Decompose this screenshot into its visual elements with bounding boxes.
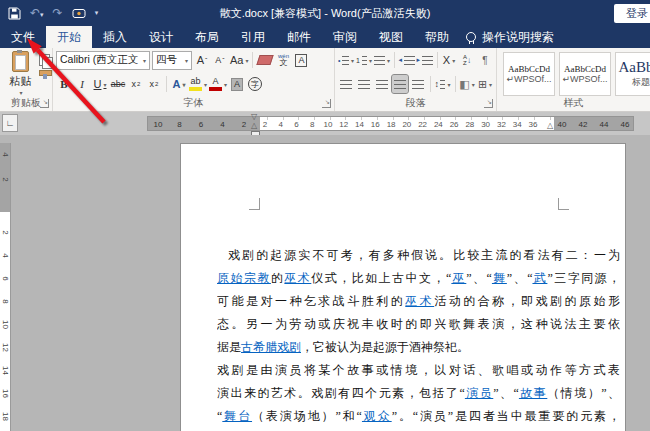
hyperlink[interactable]: 故事 xyxy=(519,386,547,400)
grow-font-button[interactable]: Aˆ xyxy=(194,51,210,69)
character-shading-button[interactable]: A xyxy=(229,75,245,93)
hyperlink[interactable]: 舞 xyxy=(492,271,507,285)
shrink-font-button[interactable]: Aˇ xyxy=(212,51,228,69)
text-run: 态。另一为劳动或庆祝丰收时的即兴歌舞表演，这种说法主要依 xyxy=(217,317,620,331)
text-run: 可能是对一种乞求战斗胜利的 xyxy=(217,294,405,308)
italic-button[interactable]: I xyxy=(74,75,90,93)
bold-button[interactable]: B xyxy=(56,75,72,93)
line-spacing-button[interactable]: ↕ xyxy=(435,75,451,93)
change-case-button[interactable]: Aa xyxy=(230,51,248,69)
customize-qat-icon[interactable]: ▾ xyxy=(95,9,99,17)
style-chip-1[interactable]: AaBbCcDd↵WPSOf... xyxy=(559,52,611,96)
vruler-number: 16 xyxy=(1,389,10,399)
paragraph-dialog-launcher[interactable]: ↘ xyxy=(484,99,493,108)
format-painter-icon[interactable] xyxy=(39,70,52,76)
hyperlink[interactable]: 古希腊戏剧 xyxy=(241,340,301,354)
font-size-select[interactable]: 四号▾ xyxy=(152,51,192,70)
document-page[interactable]: 戏剧的起源实不可考，有多种假说。比较主流的看法有二：一为原始宗教的巫术仪式，比如… xyxy=(180,143,626,431)
hyperlink[interactable]: 舞台 xyxy=(222,409,252,423)
font-name-select[interactable]: Calibri (西文正文▾ xyxy=(56,51,150,70)
tab-开始[interactable]: 开始 xyxy=(46,26,92,48)
text-run: 的 xyxy=(271,271,284,285)
bullets-icon xyxy=(342,56,349,65)
copy-icon[interactable] xyxy=(39,54,50,66)
font-dialog-launcher[interactable]: ↘ xyxy=(322,99,331,108)
justify-button[interactable] xyxy=(392,75,408,93)
tab-视图[interactable]: 视图 xyxy=(368,26,414,48)
tab-stop-selector[interactable]: ∟ xyxy=(2,114,18,132)
ruler-number: 4 xyxy=(220,119,224,130)
tab-设计[interactable]: 设计 xyxy=(138,26,184,48)
borders-button[interactable]: ⊞ xyxy=(477,75,493,93)
character-border-button[interactable]: A xyxy=(293,51,309,69)
asian-layout-button[interactable]: X xyxy=(441,51,457,69)
hanging-indent-marker[interactable]: △ xyxy=(251,122,257,130)
ruler-number: 6 xyxy=(294,119,298,130)
hyperlink[interactable]: 巫术 xyxy=(284,271,311,285)
hyperlink[interactable]: 巫 xyxy=(451,271,466,285)
paste-button[interactable]: 粘贴 xyxy=(4,51,37,103)
style-chip-0[interactable]: AaBbCcDd↵WPSOf... xyxy=(503,52,555,96)
enclose-characters-button[interactable]: 字 xyxy=(247,75,263,93)
align-right-button[interactable] xyxy=(374,75,390,93)
redo-icon[interactable]: ↷ xyxy=(53,7,63,19)
text-run: 戏剧是由演员将某个故事或情境，以对话、歌唱或动作等方式表 xyxy=(217,363,620,377)
shading-button[interactable]: ◧ xyxy=(459,75,475,93)
numbering-button[interactable]: 1 xyxy=(356,51,372,69)
tab-文件[interactable]: 文件 xyxy=(0,26,46,48)
hyperlink[interactable]: 武 xyxy=(532,271,547,285)
tell-me-search[interactable]: 操作说明搜索 xyxy=(466,26,554,48)
hyperlink[interactable]: 演员 xyxy=(465,386,493,400)
subscript-button[interactable]: x2 xyxy=(128,75,144,93)
font-color-button[interactable]: A xyxy=(209,75,227,93)
strikethrough-button[interactable]: abc xyxy=(110,75,126,93)
multilevel-list-button[interactable] xyxy=(374,51,390,69)
document-line-2: 原始宗教的巫术仪式，比如上古中文，“巫”、“舞”、“武”三字同源， xyxy=(217,267,620,290)
clear-formatting-button[interactable] xyxy=(257,51,273,69)
clipboard-dialog-launcher[interactable]: ↘ xyxy=(40,99,49,108)
tab-引用[interactable]: 引用 xyxy=(230,26,276,48)
touch-mode-icon[interactable] xyxy=(72,7,86,20)
quick-access-toolbar: ↶▾ ↷ ▾ xyxy=(8,0,98,26)
vruler-number: 8 xyxy=(1,297,10,307)
distribute-button[interactable] xyxy=(410,75,426,93)
vruler-number: 18 xyxy=(1,412,10,422)
decrease-indent-button[interactable]: ◂ xyxy=(399,51,415,69)
tab-审阅[interactable]: 审阅 xyxy=(322,26,368,48)
hyperlink[interactable]: 原始宗教 xyxy=(217,271,271,285)
text-run: ”、“ xyxy=(507,271,533,285)
paste-clipboard-icon xyxy=(12,51,29,72)
sign-in-button[interactable]: 登录 xyxy=(614,4,650,23)
vertical-ruler: 4224681012141618 xyxy=(0,143,11,431)
tab-帮助[interactable]: 帮助 xyxy=(414,26,460,48)
phonetic-guide-button[interactable]: wén文 xyxy=(275,51,291,69)
ruler-number: 24 xyxy=(434,119,443,130)
highlight-color-button[interactable]: ab xyxy=(189,75,207,93)
first-line-indent-marker[interactable]: ▽ xyxy=(251,113,257,121)
superscript-button[interactable]: x2 xyxy=(146,75,162,93)
show-hide-marks-button[interactable]: ¶ xyxy=(477,51,493,69)
paragraph-group: • 1 ◂ ▸ X AZ ↓ ¶ ↕ ◧ xyxy=(335,48,497,111)
hyperlink[interactable]: 观众 xyxy=(362,409,392,423)
tab-邮件[interactable]: 邮件 xyxy=(276,26,322,48)
ruler-number: 40 xyxy=(558,119,567,130)
ruler-number: 12 xyxy=(339,119,348,130)
align-left-button[interactable] xyxy=(338,75,354,93)
ruler-number: 6 xyxy=(199,119,203,130)
style-chip-2[interactable]: AaBbC标题 xyxy=(615,52,650,96)
save-icon[interactable] xyxy=(8,7,21,20)
ruler-number: 46 xyxy=(621,119,630,130)
align-center-button[interactable] xyxy=(356,75,372,93)
ruler-number: 32 xyxy=(497,119,506,130)
bullets-button[interactable]: • xyxy=(338,51,354,69)
tab-插入[interactable]: 插入 xyxy=(92,26,138,48)
sort-button[interactable]: AZ ↓ xyxy=(459,51,475,69)
right-indent-marker[interactable]: △ xyxy=(547,122,553,130)
increase-indent-button[interactable]: ▸ xyxy=(417,51,433,69)
ruler-number: 44 xyxy=(600,119,609,130)
hyperlink[interactable]: 巫术 xyxy=(405,294,434,308)
underline-button[interactable]: U xyxy=(92,75,108,93)
undo-icon[interactable]: ↶▾ xyxy=(30,7,44,19)
tab-布局[interactable]: 布局 xyxy=(184,26,230,48)
text-effects-button[interactable]: A xyxy=(171,75,187,93)
